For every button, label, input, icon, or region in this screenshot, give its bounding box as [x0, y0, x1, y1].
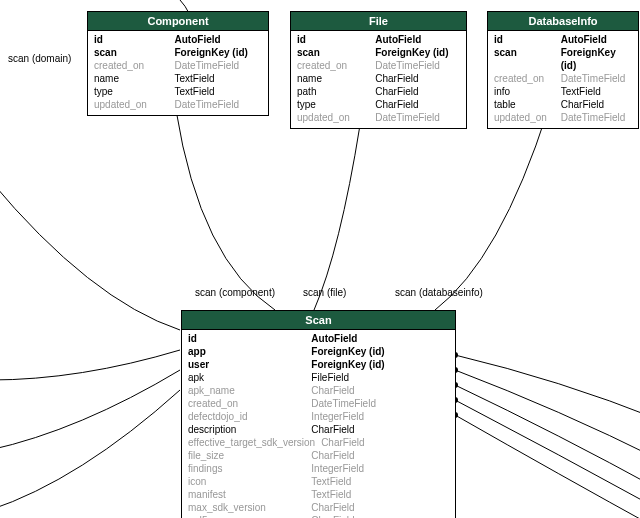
field-row: scanForeignKey (id)	[494, 46, 632, 72]
field-row: typeTextField	[94, 85, 262, 98]
field-name: created_on	[94, 59, 175, 72]
field-name: type	[94, 85, 175, 98]
entity-title: DatabaseInfo	[488, 12, 638, 31]
field-row: scanForeignKey (id)	[94, 46, 262, 59]
field-type: CharField	[375, 72, 460, 85]
entity-title: Scan	[182, 311, 455, 330]
entity-fields-component: idAutoFieldscanForeignKey (id)created_on…	[88, 31, 268, 115]
entity-fields-scan: idAutoFieldappForeignKey (id)userForeign…	[182, 330, 455, 518]
field-type: ForeignKey (id)	[311, 345, 449, 358]
field-type: AutoField	[375, 33, 460, 46]
field-name: manifest	[188, 488, 311, 501]
entity-component: Component idAutoFieldscanForeignKey (id)…	[87, 11, 269, 116]
field-row: pathCharField	[297, 85, 460, 98]
field-name: icon	[188, 475, 311, 488]
field-name: path	[297, 85, 375, 98]
field-name: file_size	[188, 449, 311, 462]
field-row: idAutoField	[188, 332, 449, 345]
field-type: AutoField	[561, 33, 632, 46]
field-row: created_onDateTimeField	[94, 59, 262, 72]
field-type: DateTimeField	[175, 59, 262, 72]
field-type: DateTimeField	[311, 397, 449, 410]
field-row: md5CharField	[188, 514, 449, 518]
field-name: table	[494, 98, 561, 111]
field-type: DateTimeField	[375, 59, 460, 72]
field-row: apk_nameCharField	[188, 384, 449, 397]
field-type: IntegerField	[311, 462, 449, 475]
field-row: iconTextField	[188, 475, 449, 488]
field-row: userForeignKey (id)	[188, 358, 449, 371]
field-name: type	[297, 98, 375, 111]
field-name: updated_on	[297, 111, 375, 124]
field-name: findings	[188, 462, 311, 475]
field-type: CharField	[311, 384, 449, 397]
field-row: defectdojo_idIntegerField	[188, 410, 449, 423]
field-row: updated_onDateTimeField	[94, 98, 262, 111]
field-name: app	[188, 345, 311, 358]
field-type: TextField	[561, 85, 632, 98]
field-row: tableCharField	[494, 98, 632, 111]
field-type: AutoField	[311, 332, 449, 345]
field-type: IntegerField	[311, 410, 449, 423]
field-type: CharField	[561, 98, 632, 111]
entity-fields-databaseinfo: idAutoFieldscanForeignKey (id)created_on…	[488, 31, 638, 128]
field-type: DateTimeField	[375, 111, 460, 124]
field-row: typeCharField	[297, 98, 460, 111]
field-type: ForeignKey (id)	[311, 358, 449, 371]
field-type: DateTimeField	[175, 98, 262, 111]
field-name: updated_on	[94, 98, 175, 111]
field-row: idAutoField	[494, 33, 632, 46]
field-name: info	[494, 85, 561, 98]
field-row: nameCharField	[297, 72, 460, 85]
field-type: AutoField	[175, 33, 262, 46]
field-name: created_on	[494, 72, 561, 85]
field-type: ForeignKey (id)	[561, 46, 632, 72]
field-row: updated_onDateTimeField	[494, 111, 632, 124]
entity-title: Component	[88, 12, 268, 31]
field-row: max_sdk_versionCharField	[188, 501, 449, 514]
field-name: max_sdk_version	[188, 501, 311, 514]
field-type: ForeignKey (id)	[375, 46, 460, 59]
field-type: FileField	[311, 371, 449, 384]
field-name: scan	[297, 46, 375, 59]
field-name: id	[297, 33, 375, 46]
field-row: idAutoField	[94, 33, 262, 46]
field-name: effective_target_sdk_version	[188, 436, 321, 449]
field-row: infoTextField	[494, 85, 632, 98]
field-type: DateTimeField	[561, 72, 632, 85]
field-row: created_onDateTimeField	[297, 59, 460, 72]
entity-databaseinfo: DatabaseInfo idAutoFieldscanForeignKey (…	[487, 11, 639, 129]
entity-file: File idAutoFieldscanForeignKey (id)creat…	[290, 11, 467, 129]
field-type: TextField	[311, 475, 449, 488]
field-row: apkFileField	[188, 371, 449, 384]
field-type: CharField	[311, 423, 449, 436]
field-name: updated_on	[494, 111, 561, 124]
field-row: findingsIntegerField	[188, 462, 449, 475]
label-scan-component: scan (component)	[195, 287, 275, 298]
field-name: id	[494, 33, 561, 46]
field-name: md5	[188, 514, 311, 518]
field-row: created_onDateTimeField	[188, 397, 449, 410]
label-scan-file: scan (file)	[303, 287, 346, 298]
field-name: apk_name	[188, 384, 311, 397]
field-name: defectdojo_id	[188, 410, 311, 423]
field-name: name	[94, 72, 175, 85]
field-name: description	[188, 423, 311, 436]
field-name: name	[297, 72, 375, 85]
field-row: descriptionCharField	[188, 423, 449, 436]
field-type: ForeignKey (id)	[175, 46, 262, 59]
field-type: CharField	[375, 98, 460, 111]
field-type: CharField	[311, 449, 449, 462]
field-name: id	[94, 33, 175, 46]
field-type: TextField	[175, 85, 262, 98]
field-row: file_sizeCharField	[188, 449, 449, 462]
field-type: TextField	[175, 72, 262, 85]
field-name: id	[188, 332, 311, 345]
entity-title: File	[291, 12, 466, 31]
field-name: user	[188, 358, 311, 371]
field-row: nameTextField	[94, 72, 262, 85]
field-name: created_on	[188, 397, 311, 410]
field-row: updated_onDateTimeField	[297, 111, 460, 124]
field-row: appForeignKey (id)	[188, 345, 449, 358]
field-row: effective_target_sdk_versionCharField	[188, 436, 449, 449]
